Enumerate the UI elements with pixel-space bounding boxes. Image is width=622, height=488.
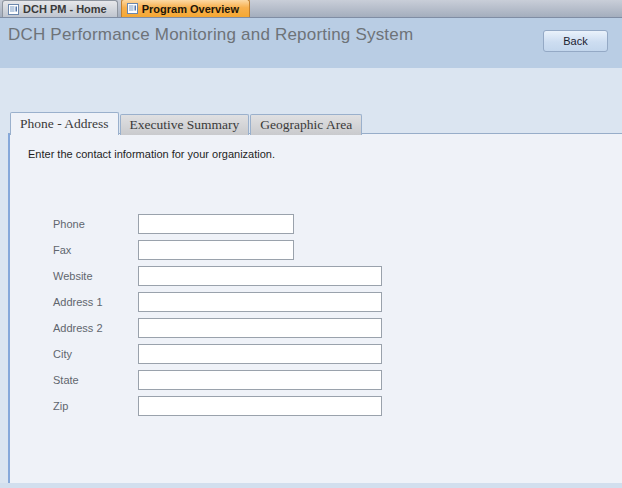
- city-input[interactable]: [138, 344, 382, 364]
- field-row-city: City: [0, 344, 622, 364]
- back-button[interactable]: Back: [543, 30, 608, 52]
- field-list: PhoneFaxWebsiteAddress 1Address 2CitySta…: [0, 214, 622, 422]
- document-tabbar: DCH PM - HomeProgram Overview: [0, 0, 622, 18]
- field-label: Website: [53, 270, 138, 282]
- instruction-text: Enter the contact information for your o…: [28, 148, 275, 160]
- fax-input[interactable]: [138, 240, 294, 260]
- field-label: Address 2: [53, 322, 138, 334]
- bottom-strip: [0, 483, 622, 488]
- address-2-input[interactable]: [138, 318, 382, 338]
- form-icon: [127, 3, 138, 14]
- form-tab-executive-summary[interactable]: Executive Summary: [120, 114, 250, 135]
- document-tab-label: DCH PM - Home: [23, 3, 107, 15]
- header-band: DCH Performance Monitoring and Reporting…: [0, 18, 622, 68]
- document-tab-dch-pm-home[interactable]: DCH PM - Home: [2, 0, 118, 17]
- field-label: State: [53, 374, 138, 386]
- form-tab-geographic-area[interactable]: Geographic Area: [250, 114, 362, 135]
- field-row-phone: Phone: [0, 214, 622, 234]
- field-label: Phone: [53, 218, 138, 230]
- app-window: DCH PM - HomeProgram Overview DCH Perfor…: [0, 0, 622, 488]
- zip-input[interactable]: [138, 396, 382, 416]
- field-label: Fax: [53, 244, 138, 256]
- form-tab-strip: Phone - AddressExecutive SummaryGeograph…: [10, 112, 363, 135]
- field-row-state: State: [0, 370, 622, 390]
- field-row-zip: Zip: [0, 396, 622, 416]
- page-title: DCH Performance Monitoring and Reporting…: [8, 25, 413, 45]
- website-input[interactable]: [138, 266, 382, 286]
- field-label: City: [53, 348, 138, 360]
- field-row-address-1: Address 1: [0, 292, 622, 312]
- phone-input[interactable]: [138, 214, 294, 234]
- form-tab-phone-address[interactable]: Phone - Address: [10, 112, 119, 135]
- address-1-input[interactable]: [138, 292, 382, 312]
- field-row-address-2: Address 2: [0, 318, 622, 338]
- state-input[interactable]: [138, 370, 382, 390]
- document-tab-label: Program Overview: [142, 3, 239, 15]
- form-icon: [8, 4, 19, 15]
- field-label: Zip: [53, 400, 138, 412]
- document-tab-program-overview[interactable]: Program Overview: [121, 0, 250, 17]
- field-label: Address 1: [53, 296, 138, 308]
- field-row-fax: Fax: [0, 240, 622, 260]
- field-row-website: Website: [0, 266, 622, 286]
